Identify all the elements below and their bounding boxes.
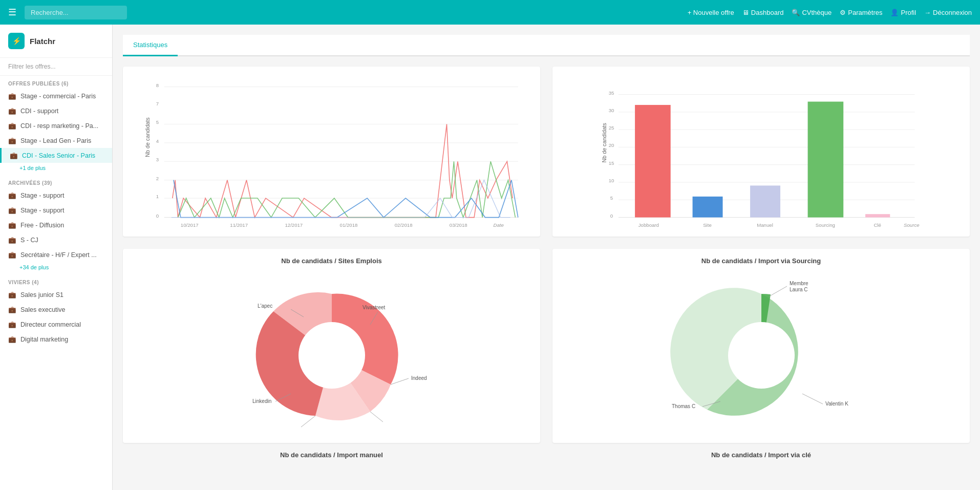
bar-y-label: Nb de candidats bbox=[601, 123, 607, 162]
svg-text:4: 4 bbox=[156, 138, 159, 144]
sidebar-item-1[interactable]: 💼 CDI - support bbox=[0, 103, 112, 118]
bar-sourcing bbox=[808, 102, 844, 218]
svg-text:35: 35 bbox=[609, 90, 614, 96]
sidebar-vivier-3[interactable]: 💼 Digital marketing bbox=[0, 332, 112, 347]
bar-chart-container: Nb de candidats 0 5 10 15 20 25 30 35 bbox=[552, 67, 970, 237]
sidebar-archived-3[interactable]: 💼 S - CJ bbox=[0, 232, 112, 247]
deconnexion-link[interactable]: → Déconnexion bbox=[924, 9, 972, 16]
navbar: ☰ + Nouvelle offre 🖥 Dashboard 🔍 CVthèqu… bbox=[0, 0, 980, 25]
sidebar-section-viviers: VIVIERS (4) bbox=[0, 274, 112, 287]
donut-sourcing-wrap: Membre Laura C Thomas C Valentin K bbox=[561, 271, 962, 435]
briefcase-icon: 💼 bbox=[8, 236, 16, 244]
navbar-right: + Nouvelle offre 🖥 Dashboard 🔍 CVthèque … bbox=[688, 9, 972, 16]
svg-line-52 bbox=[802, 394, 823, 404]
svg-text:01/2018: 01/2018 bbox=[340, 222, 358, 228]
svg-text:Date: Date bbox=[494, 222, 504, 228]
svg-text:Sourcing: Sourcing bbox=[816, 222, 835, 228]
search-input[interactable] bbox=[25, 6, 127, 19]
label-lapec2: L'apec bbox=[258, 303, 272, 309]
sidebar-vivier-1[interactable]: 💼 Sales executive bbox=[0, 302, 112, 317]
sidebar-item-3[interactable]: 💼 Stage - Lead Gen - Paris bbox=[0, 133, 112, 148]
sidebar-filter: Filtrer les offres... bbox=[0, 58, 112, 76]
sidebar-more-archived[interactable]: +34 de plus bbox=[0, 262, 112, 274]
donut-cle-title: Nb de candidats / Import via clé bbox=[552, 447, 970, 463]
label-lauraC: Membre bbox=[790, 281, 808, 286]
svg-line-45 bbox=[370, 412, 383, 422]
svg-text:12/2017: 12/2017 bbox=[285, 222, 303, 228]
dashboard-icon: 🖥 bbox=[742, 9, 749, 16]
svg-text:10: 10 bbox=[609, 178, 614, 183]
briefcase-icon: 💼 bbox=[8, 306, 16, 313]
sidebar-item-0[interactable]: 💼 Stage - commercial - Paris bbox=[0, 89, 112, 103]
briefcase-icon: 💼 bbox=[8, 92, 16, 100]
sidebar-section-published: OFFRES PUBLIÉES (6) bbox=[0, 76, 112, 89]
label-lauraC2: Laura C bbox=[790, 287, 808, 292]
label-indeed: Indeed bbox=[411, 375, 427, 381]
sidebar-item-4[interactable]: 💼 CDI - Sales Senior - Paris bbox=[0, 148, 112, 163]
svg-text:11/2017: 11/2017 bbox=[230, 222, 248, 228]
sidebar-more-published[interactable]: +1 de plus bbox=[0, 163, 112, 175]
label-linkedin: Linkedin bbox=[252, 398, 271, 404]
bar-jobboard bbox=[635, 105, 671, 218]
svg-text:1: 1 bbox=[156, 194, 159, 199]
profil-link[interactable]: 👤 Profil bbox=[890, 9, 916, 16]
sidebar: ⚡ Flatchr Filtrer les offres... OFFRES P… bbox=[0, 25, 113, 479]
y-axis-label: Nb de candidats bbox=[144, 117, 151, 157]
svg-text:0: 0 bbox=[156, 213, 159, 219]
svg-text:03/2018: 03/2018 bbox=[450, 222, 467, 228]
svg-text:02/2018: 02/2018 bbox=[395, 222, 413, 228]
label-vivastreet2: Vivastreet bbox=[363, 305, 386, 310]
donut-sites-svg: Indeed Vivastreet L'apec Link bbox=[224, 271, 439, 435]
svg-text:5: 5 bbox=[156, 119, 159, 125]
svg-text:8: 8 bbox=[156, 82, 159, 88]
cvtheque-link[interactable]: 🔍 CVthèque bbox=[792, 9, 832, 16]
donut-sourcing-container: Nb de candidats / Import via Sourcing bbox=[552, 249, 970, 443]
svg-line-50 bbox=[769, 286, 787, 296]
svg-line-44 bbox=[391, 378, 409, 385]
donut-hole bbox=[299, 322, 365, 389]
briefcase-icon: 💼 bbox=[8, 137, 16, 144]
donut-manuel-title: Nb de candidats / Import manuel bbox=[123, 447, 540, 463]
parametres-link[interactable]: ⚙ Paramètres bbox=[840, 9, 882, 16]
sidebar-archived-4[interactable]: 💼 Secrétaire - H/F / Expert ... bbox=[0, 247, 112, 262]
svg-text:5: 5 bbox=[610, 195, 613, 201]
nouvelle-offre-link[interactable]: + Nouvelle offre bbox=[688, 9, 734, 16]
line-chart-container: Nb de candidats 0 1 2 3 4 5 7 8 bbox=[123, 67, 540, 237]
menu-icon[interactable]: ☰ bbox=[8, 7, 16, 18]
tab-statistiques[interactable]: Statistiques bbox=[123, 35, 178, 56]
bar-cle bbox=[865, 214, 890, 217]
gear-icon: ⚙ bbox=[840, 9, 846, 16]
sidebar-archived-0[interactable]: 💼 Stage - support bbox=[0, 188, 112, 203]
svg-text:30: 30 bbox=[609, 108, 614, 113]
sidebar-vivier-2[interactable]: 💼 Directeur commercial bbox=[0, 317, 112, 332]
sidebar-archived-1[interactable]: 💼 Stage - support bbox=[0, 203, 112, 218]
briefcase-icon-active: 💼 bbox=[10, 152, 18, 159]
sidebar-archived-2[interactable]: 💼 Free - Diffusion bbox=[0, 218, 112, 232]
briefcase-icon: 💼 bbox=[8, 335, 16, 343]
bottom-titles: Nb de candidats / Import manuel Nb de ca… bbox=[123, 447, 970, 469]
user-icon: 👤 bbox=[890, 9, 899, 16]
svg-text:Clé: Clé bbox=[874, 222, 881, 228]
brand-name: Flatchr bbox=[30, 37, 55, 46]
label-thomasC: Thomas C bbox=[672, 403, 695, 409]
briefcase-icon: 💼 bbox=[8, 206, 16, 214]
dashboard-link[interactable]: 🖥 Dashboard bbox=[742, 9, 784, 16]
donut-sites-container: Nb de candidats / Sites Emplois bbox=[123, 249, 540, 443]
svg-text:2: 2 bbox=[156, 176, 159, 181]
sidebar-item-2[interactable]: 💼 CDI - resp marketing - Pa... bbox=[0, 118, 112, 133]
svg-text:10/2017: 10/2017 bbox=[181, 222, 199, 228]
donut-sourcing-hole bbox=[728, 322, 795, 389]
svg-text:3: 3 bbox=[156, 157, 159, 162]
svg-text:0: 0 bbox=[610, 213, 613, 219]
donut-sourcing-svg: Membre Laura C Thomas C Valentin K bbox=[654, 271, 869, 435]
layout: ⚡ Flatchr Filtrer les offres... OFFRES P… bbox=[0, 25, 980, 479]
svg-text:Jobboard: Jobboard bbox=[638, 222, 659, 228]
briefcase-icon: 💼 bbox=[8, 191, 16, 199]
tab-bar: Statistiques bbox=[123, 35, 970, 56]
main-content: Statistiques Nb de candidats 0 1 2 3 4 5… bbox=[113, 25, 980, 479]
briefcase-icon: 💼 bbox=[8, 107, 16, 115]
svg-line-46 bbox=[301, 416, 315, 427]
briefcase-icon: 💼 bbox=[8, 321, 16, 328]
sidebar-vivier-0[interactable]: 💼 Sales junior S1 bbox=[0, 287, 112, 302]
briefcase-icon: 💼 bbox=[8, 291, 16, 299]
